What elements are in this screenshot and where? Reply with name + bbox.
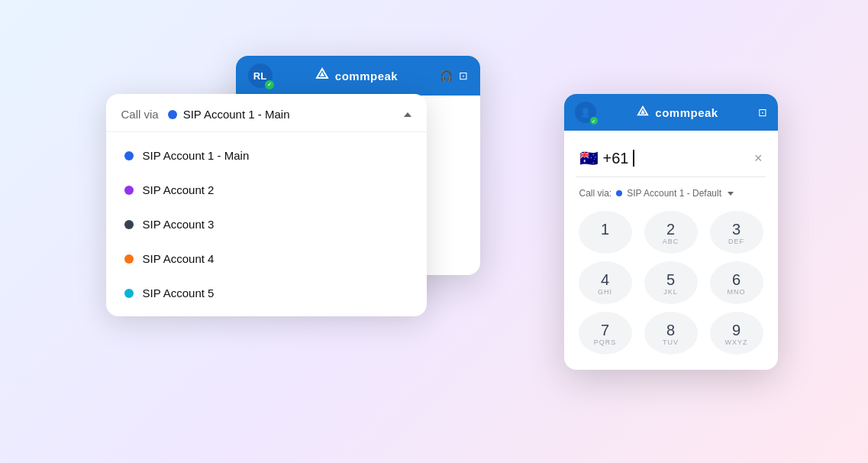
dial-digit-3: 3 <box>732 220 741 238</box>
incoming-header-logo: commpeak <box>280 67 432 85</box>
selected-account-dot <box>168 110 177 119</box>
dial-digit-5: 5 <box>666 270 675 289</box>
dial-letters-9: WXYZ <box>725 339 748 346</box>
dialer-check-icon: ✓ <box>590 117 598 125</box>
list-item[interactable]: SIP Account 3 <box>106 207 427 241</box>
account4-dot <box>124 254 134 264</box>
dial-key-2[interactable]: 2 ABC <box>644 211 698 254</box>
dialer-call-via-label: Call via: <box>579 188 612 199</box>
call-via-selected[interactable]: SIP Account 1 - Main <box>168 108 395 121</box>
dial-key-3[interactable]: 3 DEF <box>710 211 763 254</box>
dialer-call-via-chevron[interactable] <box>728 192 734 196</box>
dial-letters-4: GHI <box>598 289 612 296</box>
call-via-panel: Call via SIP Account 1 - Main SIP Accoun… <box>106 94 427 316</box>
dialer-header: 👤 ✓ commpeak ⊡ <box>564 94 778 131</box>
incoming-logo-text: commpeak <box>335 70 398 83</box>
dial-key-4[interactable]: 4 GHI <box>579 261 632 304</box>
list-item[interactable]: SIP Account 4 <box>106 241 427 276</box>
dial-letters-6: MNO <box>728 289 746 296</box>
dialer-call-via-row: Call via: SIP Account 1 - Default <box>576 188 766 199</box>
expand-icon[interactable]: ⊡ <box>459 70 468 82</box>
dialer-avatar: 👤 ✓ <box>575 102 596 123</box>
dropdown-items: SIP Account 1 - Main SIP Account 2 SIP A… <box>106 132 427 316</box>
dial-digit-7: 7 <box>601 321 609 339</box>
dialer-panel: 👤 ✓ commpeak ⊡ 🇦🇺 +61 <box>564 94 778 370</box>
dial-key-9[interactable]: 9 WXYZ <box>710 312 763 355</box>
dialer-number-display: 🇦🇺 +61 <box>579 149 635 167</box>
dialer-header-logo: commpeak <box>602 104 752 121</box>
dial-digit-1: 1 <box>601 220 609 238</box>
call-via-header: Call via SIP Account 1 - Main <box>106 94 427 132</box>
dialer-call-via-account: SIP Account 1 - Default <box>627 188 721 199</box>
dial-letters-2: ABC <box>663 238 679 245</box>
account5-dot <box>124 289 134 298</box>
dial-key-7[interactable]: 7 PQRS <box>579 312 632 355</box>
headset-icon[interactable]: 🎧 <box>440 70 453 82</box>
dialer-body: 🇦🇺 +61 × Call via: SIP Account 1 - Defau… <box>564 131 778 370</box>
dropdown-toggle-icon[interactable] <box>404 112 411 117</box>
list-item[interactable]: SIP Account 2 <box>106 173 427 207</box>
logo-icon <box>314 67 331 85</box>
avatar-text: RL <box>253 70 266 82</box>
dial-letters-5: JKL <box>663 289 678 296</box>
dial-key-8[interactable]: 8 TUV <box>644 312 698 355</box>
dial-letters-7: PQRS <box>594 339 617 346</box>
dialpad: 1 2 ABC 3 DEF 4 GHI 5 JKL <box>576 211 766 355</box>
list-item[interactable]: SIP Account 1 - Main <box>106 138 427 173</box>
account4-label: SIP Account 4 <box>143 252 215 265</box>
dial-digit-2: 2 <box>666 220 675 238</box>
dial-key-1[interactable]: 1 <box>579 211 632 254</box>
dial-key-6[interactable]: 6 MNO <box>710 261 763 304</box>
selected-account-name: SIP Account 1 - Main <box>183 108 290 121</box>
dialer-avatar-icon: 👤 <box>580 108 591 118</box>
close-button[interactable]: × <box>754 151 763 167</box>
account1-label: SIP Account 1 - Main <box>143 149 250 162</box>
account3-label: SIP Account 3 <box>143 218 215 231</box>
dial-letters-1 <box>604 238 607 245</box>
list-item[interactable]: SIP Account 5 <box>106 276 427 310</box>
dialer-logo-icon <box>635 104 650 121</box>
account3-dot <box>124 220 134 229</box>
dial-letters-3: DEF <box>728 238 744 245</box>
dialer-expand-icon[interactable]: ⊡ <box>758 106 767 118</box>
dialer-cursor <box>633 150 634 167</box>
dialer-header-icons: ⊡ <box>758 106 767 118</box>
account1-dot <box>124 151 134 160</box>
dialer-flag: 🇦🇺 <box>579 149 599 167</box>
check-icon: ✓ <box>265 80 274 89</box>
dial-digit-9: 9 <box>732 321 741 339</box>
dial-digit-6: 6 <box>732 270 741 289</box>
incoming-panel-header: RL ✓ commpeak 🎧 ⊡ <box>236 56 480 96</box>
dialer-typed-number: +61 <box>603 150 629 167</box>
dial-letters-8: TUV <box>663 339 679 346</box>
dialer-logo-text: commpeak <box>655 106 718 119</box>
account5-label: SIP Account 5 <box>143 287 215 299</box>
dial-digit-4: 4 <box>601 270 609 289</box>
dial-digit-8: 8 <box>666 321 675 339</box>
dialer-input-row: 🇦🇺 +61 × <box>576 143 766 177</box>
account2-dot <box>124 186 134 195</box>
avatar: RL ✓ <box>248 63 273 88</box>
dialer-call-via-dot <box>616 190 622 196</box>
dial-key-5[interactable]: 5 JKL <box>644 261 698 304</box>
account2-label: SIP Account 2 <box>143 183 215 196</box>
call-via-label: Call via <box>121 108 159 121</box>
incoming-header-icons: 🎧 ⊡ <box>440 70 468 82</box>
